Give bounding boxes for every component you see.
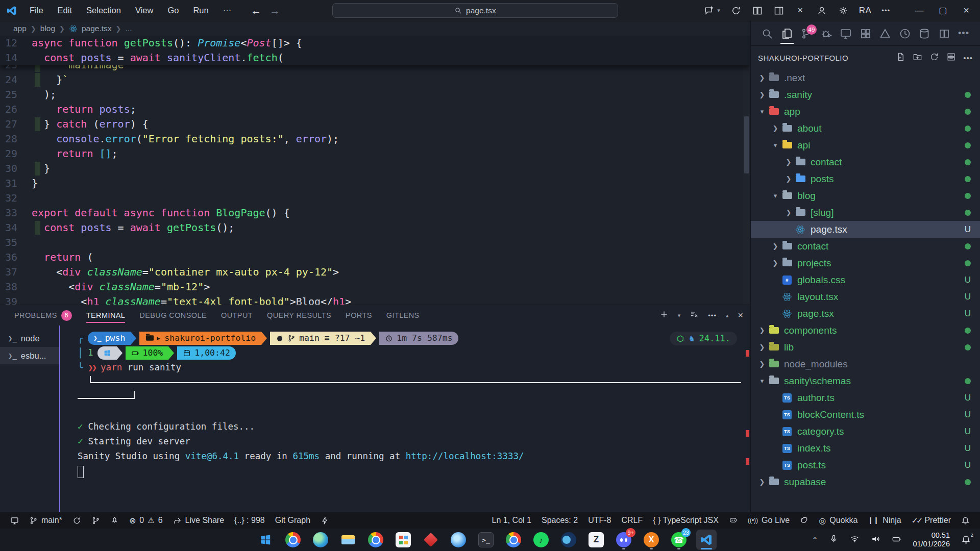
tree-item-categoryts[interactable]: TScategory.tsU xyxy=(751,423,980,440)
sync-button[interactable] xyxy=(67,512,86,529)
editor-scrollbar-thumb[interactable] xyxy=(744,116,749,173)
panel-more-icon[interactable]: ••• xyxy=(708,312,717,319)
rocket-button[interactable] xyxy=(105,512,124,529)
new-file-icon[interactable] xyxy=(896,52,905,64)
menu-[interactable]: ··· xyxy=(217,3,237,18)
menu-go[interactable]: Go xyxy=(161,3,185,18)
account-icon[interactable] xyxy=(816,5,827,16)
terminal-tab-node[interactable]: ❯_node xyxy=(0,330,59,347)
taskbar-xampp[interactable]: X xyxy=(641,530,662,550)
taskbar-whatsapp[interactable]: ☎23 xyxy=(669,530,689,550)
branch-button[interactable]: main* xyxy=(24,512,67,529)
tree-item-pagetsx[interactable]: page.tsxU xyxy=(751,305,980,322)
search-icon[interactable] xyxy=(759,23,775,44)
clear-terminal-icon[interactable] xyxy=(690,310,699,321)
close-panel-icon[interactable]: × xyxy=(795,5,806,16)
taskbar-blue-swirl-app[interactable] xyxy=(448,530,469,550)
window-restore-icon[interactable]: ▢ xyxy=(931,0,954,21)
brackets-button[interactable]: {..} : 998 xyxy=(229,512,270,529)
database-icon[interactable] xyxy=(916,23,933,44)
tree-item-postts[interactable]: TSpost.tsU xyxy=(751,457,980,473)
tree-item-api[interactable]: ▾api xyxy=(751,137,980,154)
git-graph-button[interactable]: Git Graph xyxy=(270,512,315,529)
explorer-icon[interactable] xyxy=(779,23,795,44)
eol[interactable]: CRLF xyxy=(616,516,648,525)
copilot-chat-icon[interactable] xyxy=(703,5,715,16)
go-live-button[interactable]: ((•))Go Live xyxy=(743,516,795,525)
breadcrumb-item[interactable]: blog xyxy=(40,24,55,33)
notification-bell-icon[interactable]: z xyxy=(961,534,971,546)
tree-item-blockContentts[interactable]: TSblockContent.tsU xyxy=(751,406,980,423)
settings-gear-icon[interactable] xyxy=(838,5,849,16)
terminal[interactable]: ╭❯_pwsh▸shakuroi-portfoliomain ≡ ?17 ~11… xyxy=(60,325,750,512)
taskbar-edge[interactable] xyxy=(310,530,331,550)
terminal-profile-dropdown-icon[interactable]: ▾ xyxy=(678,312,681,319)
window-minimize-icon[interactable]: — xyxy=(908,0,931,21)
split-editor-icon[interactable] xyxy=(752,5,763,16)
terminal-tab-esbu[interactable]: ❯_esbu... xyxy=(0,347,59,364)
menu-run[interactable]: Run xyxy=(187,3,214,18)
menu-selection[interactable]: Selection xyxy=(80,3,127,18)
copilot-chat-dropdown-icon[interactable]: ▾ xyxy=(717,7,720,14)
taskbar-chrome-beta[interactable] xyxy=(365,530,386,550)
tree-item-posts[interactable]: ❯posts xyxy=(751,170,980,187)
remote-button[interactable] xyxy=(5,512,24,529)
live-share-button[interactable]: Live Share xyxy=(168,512,230,529)
panel-tab-gitlens[interactable]: GITLENS xyxy=(379,305,427,325)
tree-item-lib[interactable]: ❯lib xyxy=(751,339,980,356)
tree-item-projects[interactable]: ❯projects xyxy=(751,255,980,271)
taskbar-ms-store[interactable] xyxy=(393,530,413,550)
customize-layout-icon[interactable] xyxy=(773,5,785,16)
tree-item-layouttsx[interactable]: layout.tsxU xyxy=(751,288,980,305)
tree-item-globalscss[interactable]: #globals.cssU xyxy=(751,271,980,288)
panel-tab-ports[interactable]: PORTS xyxy=(338,305,379,325)
history-icon[interactable] xyxy=(730,5,742,16)
ninja-button[interactable]: ❙❙Ninja xyxy=(863,516,906,525)
language-mode[interactable]: { } TypeScript JSX xyxy=(648,516,724,525)
squirrel-button[interactable] xyxy=(795,516,814,524)
tree-item-indexts[interactable]: TSindex.tsU xyxy=(751,440,980,457)
zap-button[interactable] xyxy=(315,512,334,529)
titlebar-more-icon[interactable]: ••• xyxy=(881,7,890,14)
cursor-position[interactable]: Ln 1, Col 1 xyxy=(487,516,536,525)
menu-file[interactable]: File xyxy=(23,3,50,18)
wifi-icon[interactable] xyxy=(850,534,860,546)
prettier-button[interactable]: ✓✓Prettier xyxy=(906,516,956,525)
panel-tab-output[interactable]: OUTPUT xyxy=(214,305,260,325)
extensions-icon[interactable] xyxy=(857,23,874,44)
window-close-icon[interactable]: × xyxy=(954,0,978,21)
tray-clock[interactable]: 00.51 01/01/2026 xyxy=(913,531,950,548)
taskbar-start-button[interactable] xyxy=(255,530,276,550)
tree-item-app[interactable]: ▾app xyxy=(751,103,980,120)
tray-expand-icon[interactable]: ⌃ xyxy=(812,536,818,544)
taskbar-z-notes-app[interactable]: Z xyxy=(586,530,606,550)
close-panel-x-icon[interactable]: × xyxy=(738,310,743,321)
tree-item-nodemodules[interactable]: ❯node_modules xyxy=(751,356,980,372)
copilot-button[interactable] xyxy=(724,516,743,524)
problems-button[interactable]: ⊗0⚠6 xyxy=(124,512,168,529)
taskbar-vscode[interactable] xyxy=(696,530,717,550)
maximize-panel-icon[interactable]: ▴ xyxy=(726,312,729,319)
indentation[interactable]: Spaces: 2 xyxy=(536,516,583,525)
menu-edit[interactable]: Edit xyxy=(52,3,78,18)
tree-item-contact[interactable]: ❯contact xyxy=(751,238,980,255)
breadcrumb-item[interactable]: page.tsx xyxy=(82,24,112,33)
tree-item-contact[interactable]: ❯contact xyxy=(751,154,980,170)
new-folder-icon[interactable] xyxy=(913,52,922,64)
microphone-icon[interactable] xyxy=(829,534,839,546)
panel-tab-query-results[interactable]: QUERY RESULTS xyxy=(260,305,338,325)
code-editor[interactable]: 12async function getPosts(): Promise<Pos… xyxy=(0,36,750,305)
profile-initials[interactable]: RA xyxy=(859,6,872,16)
taskbar-terminal-app[interactable]: >_ xyxy=(476,530,496,550)
prism-icon[interactable] xyxy=(877,23,893,44)
encoding[interactable]: UTF-8 xyxy=(583,516,616,525)
taskbar-radar-app[interactable] xyxy=(558,530,579,550)
taskbar-chrome-2[interactable] xyxy=(503,530,524,550)
new-terminal-icon[interactable] xyxy=(659,310,669,321)
quokka-button[interactable]: ◎Quokka xyxy=(814,516,863,525)
timeline-icon[interactable] xyxy=(897,23,913,44)
docs-icon[interactable] xyxy=(936,23,952,44)
nav-back-icon[interactable]: ← xyxy=(251,5,261,17)
tree-item-next[interactable]: ❯.next xyxy=(751,69,980,86)
tree-item-blog[interactable]: ▾blog xyxy=(751,187,980,204)
